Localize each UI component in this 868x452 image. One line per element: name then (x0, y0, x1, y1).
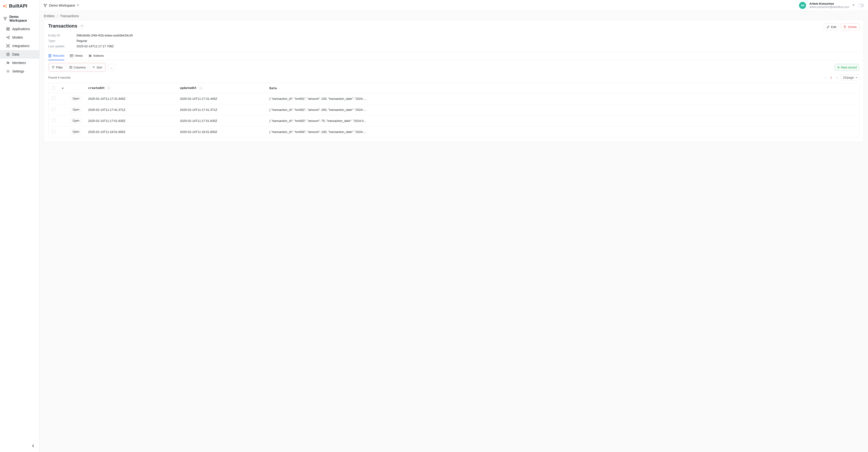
row-checkbox[interactable] (49, 93, 58, 104)
cell-updatedat: 2025-02-14T11:17:41.371Z (177, 104, 266, 115)
svg-point-21 (7, 71, 8, 72)
row-checkbox[interactable] (49, 115, 58, 126)
caret-down-icon[interactable] (852, 5, 854, 6)
user-email: artem.konuchov@wiredhut.com (809, 5, 849, 9)
edit-button[interactable]: Edit (824, 23, 839, 30)
open-record-button[interactable]: Open (70, 129, 82, 134)
svg-point-11 (8, 36, 9, 37)
sidebar-item-label: Applications (12, 27, 30, 31)
records-table: createdAt− updatedAt− Data Open2025-02-1… (48, 83, 859, 137)
sort-button[interactable]: Sort (90, 64, 105, 71)
svg-rect-6 (7, 28, 8, 29)
svg-rect-7 (8, 28, 9, 29)
cell-createdat: 2025-02-14T11:17:41.371Z (85, 104, 177, 115)
svg-point-19 (7, 62, 8, 63)
sidebar-item-applications[interactable]: Applications (0, 25, 39, 33)
user-avatar[interactable]: AR (799, 2, 806, 9)
database-icon (6, 53, 10, 56)
sidebar-workspace-label: Demo Workspace (9, 15, 36, 22)
page-size-select[interactable]: 25/page (841, 74, 859, 80)
entity-panel: Transactions Edit Delete (44, 20, 864, 142)
header-dropdown[interactable] (58, 83, 67, 93)
svg-point-5 (5, 19, 6, 20)
sidebar-item-label: Members (12, 61, 26, 65)
integrations-icon (6, 44, 10, 48)
row-checkbox[interactable] (49, 126, 58, 137)
row-expand[interactable] (58, 115, 67, 126)
pagination: 1 25/page (824, 74, 859, 80)
cell-data: { "transaction_id": "txn001", "amount": … (266, 93, 859, 104)
svg-point-29 (89, 56, 90, 57)
page-prev[interactable] (824, 76, 827, 79)
table-row: Open2025-02-14T11:17:41.371Z2025-02-14T1… (49, 104, 859, 115)
header-data[interactable]: Data (266, 83, 859, 93)
members-icon (6, 61, 10, 65)
cell-data: { "transaction_id": "txn003", "amount": … (266, 115, 859, 126)
header-checkbox[interactable] (49, 83, 58, 93)
tab-views[interactable]: Views (70, 52, 83, 60)
collapse-sidebar-button[interactable] (30, 443, 36, 449)
workspace-selector[interactable]: Demo Workspace (43, 3, 79, 7)
row-expand[interactable] (58, 126, 67, 137)
sort-icon (92, 66, 95, 69)
cell-createdat: 2025-02-14T11:17:51.635Z (85, 115, 177, 126)
columns-button[interactable]: Columns (67, 64, 88, 71)
tab-indexes[interactable]: Indexes (89, 52, 104, 60)
row-expand[interactable] (58, 104, 67, 115)
header-open (67, 83, 85, 93)
breadcrumb: Entities / Transactions (39, 11, 868, 20)
views-icon (70, 54, 73, 57)
sidebar-item-data[interactable]: Data (0, 50, 39, 59)
cell-updatedat: 2025-02-14T11:17:51.635Z (177, 115, 266, 126)
table-row: Open2025-02-14T11:17:51.635Z2025-02-14T1… (49, 115, 859, 126)
row-expand[interactable] (58, 93, 67, 104)
filter-button[interactable]: Filter (49, 64, 65, 71)
theme-toggle[interactable] (858, 3, 864, 7)
header-updatedat[interactable]: updatedAt− (177, 83, 266, 93)
svg-rect-30 (70, 66, 72, 68)
svg-rect-26 (70, 55, 73, 57)
new-record-button[interactable]: New record (835, 64, 859, 71)
found-count: Found 4 records (48, 76, 71, 79)
brand-logo[interactable]: BuiltAPI (0, 0, 39, 12)
page-next[interactable] (835, 76, 839, 79)
workspace-selector-label: Demo Workspace (49, 3, 75, 7)
sidebar-item-models[interactable]: Models (0, 33, 39, 42)
svg-point-23 (46, 4, 46, 5)
sidebar-item-label: Integrations (12, 44, 29, 48)
dash-icon: − (198, 86, 203, 90)
open-record-button[interactable]: Open (70, 107, 82, 112)
sidebar-workspace[interactable]: Demo Workspace (0, 12, 39, 25)
table-row: Open2025-02-14T11:17:31.445Z2025-02-14T1… (49, 93, 859, 104)
open-record-button[interactable]: Open (70, 96, 82, 101)
cell-data: { "transaction_id": "txn002", "amount": … (266, 104, 859, 115)
header-createdat[interactable]: createdAt− (85, 83, 177, 93)
sidebar: BuiltAPI Demo Workspace Applications Mod… (0, 0, 39, 452)
caret-down-icon (77, 5, 79, 6)
sidebar-item-settings[interactable]: Settings (0, 67, 39, 75)
sidebar-item-integrations[interactable]: Integrations (0, 42, 39, 50)
tab-records[interactable]: Records (48, 52, 64, 60)
sidebar-item-members[interactable]: Members (0, 59, 39, 67)
svg-point-20 (8, 62, 9, 63)
svg-rect-9 (8, 29, 9, 30)
user-info[interactable]: Artem Konuchov artem.konuchov@wiredhut.c… (809, 2, 849, 9)
page-number[interactable]: 1 (829, 76, 833, 79)
breadcrumb-root[interactable]: Entities (44, 14, 55, 18)
row-checkbox[interactable] (49, 104, 58, 115)
cell-updatedat: 2025-02-14T11:17:31.445Z (177, 93, 266, 104)
svg-point-1 (5, 4, 7, 6)
filter-icon (52, 66, 55, 69)
entity-updated-value: 2025-02-14T11:17:17.708Z (76, 44, 859, 48)
collapse-entity-button[interactable] (80, 24, 84, 29)
entity-title: Transactions (48, 23, 77, 29)
svg-point-2 (5, 6, 7, 7)
entity-type-label: Type: (48, 39, 76, 42)
entity-updated-label: Last update: (48, 44, 76, 48)
open-record-button[interactable]: Open (70, 118, 82, 123)
delete-button[interactable]: Delete (841, 23, 859, 30)
trash-icon (843, 25, 846, 29)
more-button[interactable]: ... (107, 64, 115, 71)
svg-point-24 (45, 6, 46, 7)
cell-data: { "transaction_id": "txn004", "amount": … (266, 126, 859, 137)
